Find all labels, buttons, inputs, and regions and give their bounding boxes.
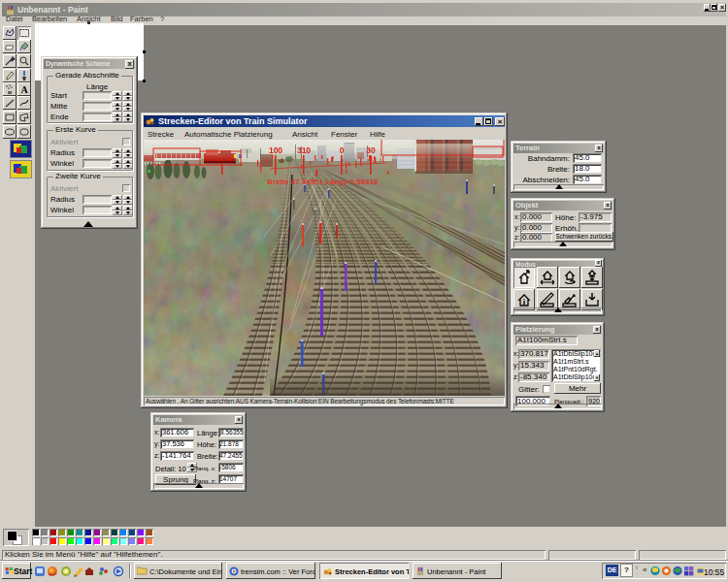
svg-text:310: 310: [297, 146, 311, 155]
svg-text:0: 0: [340, 146, 345, 155]
svg-text:100: 100: [269, 146, 282, 155]
svg-text:30: 30: [366, 146, 376, 155]
svg-text:A: A: [20, 84, 28, 95]
svg-text:Breite 47.34551 Länge 0.56316: Breite 47.34551 Länge 0.56316: [267, 178, 378, 186]
